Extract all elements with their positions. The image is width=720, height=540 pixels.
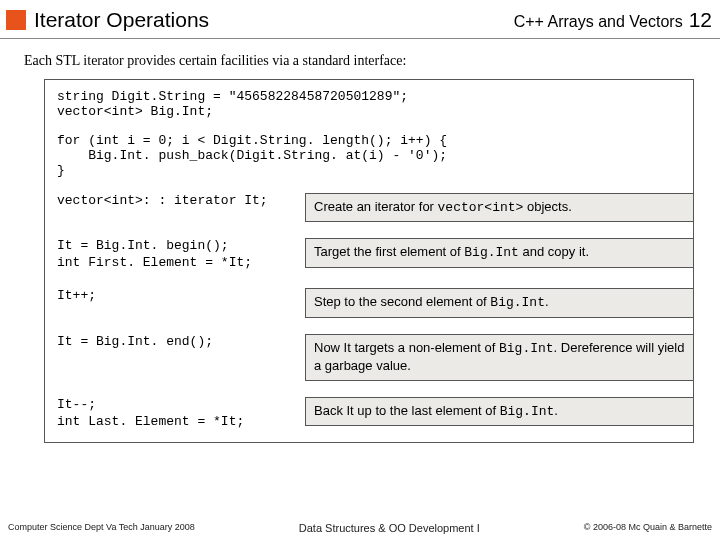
accent-square bbox=[6, 10, 26, 30]
row-description: Create an iterator for vector<int> objec… bbox=[305, 193, 693, 223]
desc-mono: Big.Int bbox=[490, 295, 545, 310]
example-row: It--; int Last. Element = *It; Back It u… bbox=[45, 397, 693, 431]
page-number: 12 bbox=[689, 8, 712, 32]
example-row: It++; Step to the second element of Big.… bbox=[45, 288, 693, 318]
desc-mono: Big.Int bbox=[499, 341, 554, 356]
slide-title: Iterator Operations bbox=[34, 8, 514, 32]
row-code: It++; bbox=[57, 288, 305, 305]
row-code: It = Big.Int. begin(); int First. Elemen… bbox=[57, 238, 305, 272]
header-subtitle: C++ Arrays and Vectors bbox=[514, 13, 683, 31]
row-code: It = Big.Int. end(); bbox=[57, 334, 305, 351]
footer-left: Computer Science Dept Va Tech January 20… bbox=[8, 522, 195, 534]
example-row: It = Big.Int. end(); Now It targets a no… bbox=[45, 334, 693, 381]
footer-center: Data Structures & OO Development I bbox=[299, 522, 480, 534]
desc-text: Now It targets a non-element of bbox=[314, 340, 499, 355]
example-row: It = Big.Int. begin(); int First. Elemen… bbox=[45, 238, 693, 272]
code-box: string Digit.String = "45658228458720501… bbox=[44, 79, 694, 443]
example-row: vector<int>: : iterator It; Create an it… bbox=[45, 193, 693, 223]
desc-text: Create an iterator for bbox=[314, 199, 438, 214]
footer-right: © 2006-08 Mc Quain & Barnette bbox=[584, 522, 712, 534]
code-declarations: string Digit.String = "45658228458720501… bbox=[45, 90, 693, 134]
header-right: C++ Arrays and Vectors 12 bbox=[514, 8, 720, 32]
desc-text: Back It up to the last element of bbox=[314, 403, 500, 418]
row-description: Now It targets a non-element of Big.Int.… bbox=[305, 334, 693, 381]
row-code: vector<int>: : iterator It; bbox=[57, 193, 305, 210]
desc-text: objects. bbox=[523, 199, 571, 214]
desc-mono: Big.Int bbox=[464, 245, 519, 260]
desc-text: . bbox=[545, 294, 549, 309]
desc-text: and copy it. bbox=[519, 244, 589, 259]
code-loop: for (int i = 0; i < Digit.String. length… bbox=[45, 134, 693, 193]
slide-footer: Computer Science Dept Va Tech January 20… bbox=[0, 522, 720, 534]
row-description: Back It up to the last element of Big.In… bbox=[305, 397, 693, 427]
row-description: Target the first element of Big.Int and … bbox=[305, 238, 693, 268]
row-code: It--; int Last. Element = *It; bbox=[57, 397, 305, 431]
desc-text: Target the first element of bbox=[314, 244, 464, 259]
row-description: Step to the second element of Big.Int. bbox=[305, 288, 693, 318]
desc-mono: vector<int> bbox=[438, 200, 524, 215]
desc-text: Step to the second element of bbox=[314, 294, 490, 309]
desc-text: . bbox=[554, 403, 558, 418]
desc-mono: Big.Int bbox=[500, 404, 555, 419]
slide-header: Iterator Operations C++ Arrays and Vecto… bbox=[0, 0, 720, 39]
intro-text: Each STL iterator provides certain facil… bbox=[0, 39, 720, 79]
